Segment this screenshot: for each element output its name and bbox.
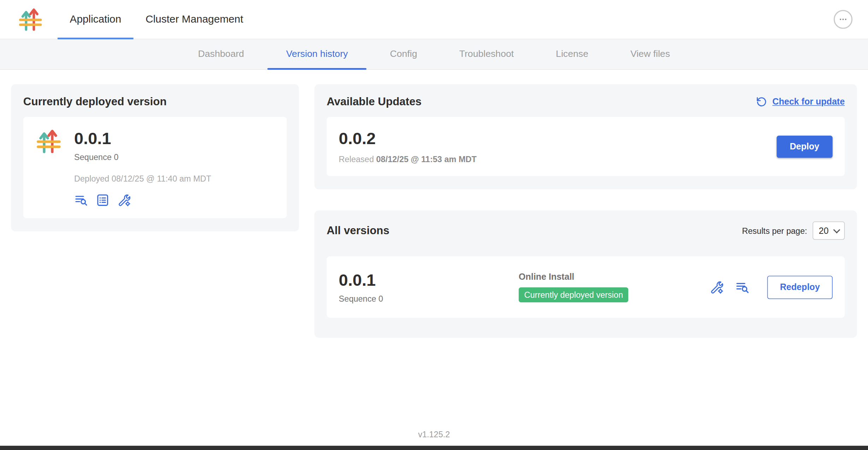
available-updates-card: Available Updates Check for update 0.0.2…	[314, 84, 857, 189]
release-notes-icon[interactable]	[735, 280, 750, 294]
top-header: Application Cluster Management	[0, 0, 868, 39]
app-logo	[19, 0, 42, 39]
deployed-sequence: Sequence 0	[74, 152, 211, 162]
results-per-page-select-wrap: 20	[813, 221, 845, 240]
subnav-item-version-history[interactable]: Version history	[265, 39, 369, 69]
subnav-item-view-files[interactable]: View files	[610, 39, 691, 69]
available-updates-header: Available Updates Check for update	[327, 95, 845, 108]
deployed-timestamp: Deployed 08/12/25 @ 11:40 am MDT	[74, 174, 211, 183]
results-per-page-label: Results per page:	[742, 226, 807, 236]
release-notes-icon[interactable]	[74, 193, 88, 207]
subnav-label-dashboard: Dashboard	[198, 49, 244, 60]
version-row-status: Online Install Currently deployed versio…	[519, 272, 629, 302]
subnav-label-license: License	[556, 49, 588, 60]
ellipsis-icon	[839, 15, 848, 24]
subnav-label-troubleshoot: Troubleshoot	[459, 49, 514, 60]
preflight-checks-icon[interactable]	[96, 193, 109, 207]
tab-cluster-management[interactable]: Cluster Management	[133, 0, 255, 39]
subnav-label-version-history: Version history	[286, 49, 348, 60]
app-subnav: Dashboard Version history Config Trouble…	[0, 39, 868, 70]
subnav-item-dashboard[interactable]: Dashboard	[177, 39, 265, 69]
version-row: 0.0.1 Sequence 0 Online Install Currentl…	[327, 256, 845, 318]
subnav-label-view-files: View files	[630, 49, 670, 60]
update-version-number: 0.0.2	[339, 129, 476, 147]
results-per-page: Results per page: 20	[742, 221, 845, 240]
console-version: v1.125.2	[418, 430, 450, 439]
config-wrench-icon[interactable]	[117, 193, 131, 207]
refresh-icon	[756, 96, 767, 107]
tab-application-label: Application	[70, 13, 121, 25]
subnav-item-license[interactable]: License	[535, 39, 610, 69]
left-column: Currently deployed version 0.0.1 Sequenc…	[11, 84, 299, 231]
currently-deployed-badge: Currently deployed version	[519, 288, 629, 302]
deployed-action-icons	[74, 193, 211, 207]
update-row: 0.0.2 Released 08/12/25 @ 11:53 am MDT D…	[327, 117, 845, 176]
released-prefix: Released	[339, 154, 374, 164]
right-column: Available Updates Check for update 0.0.2…	[314, 84, 857, 338]
update-released-line: Released 08/12/25 @ 11:53 am MDT	[339, 154, 476, 164]
version-row-details: 0.0.1 Sequence 0	[339, 271, 518, 303]
install-type-label: Online Install	[519, 272, 629, 282]
currently-deployed-card: Currently deployed version 0.0.1 Sequenc…	[11, 84, 299, 231]
app-logo-icon	[36, 129, 61, 153]
deploy-button[interactable]: Deploy	[777, 135, 833, 158]
main-content: Currently deployed version 0.0.1 Sequenc…	[0, 70, 868, 423]
deployed-version-details: 0.0.1 Sequence 0 Deployed 08/12/25 @ 11:…	[74, 129, 211, 207]
tab-cluster-management-label: Cluster Management	[145, 13, 243, 25]
version-row-sequence: Sequence 0	[339, 294, 518, 303]
currently-deployed-version-card: 0.0.1 Sequence 0 Deployed 08/12/25 @ 11:…	[23, 117, 287, 218]
currently-deployed-title: Currently deployed version	[23, 95, 287, 108]
version-row-actions: Redeploy	[710, 276, 833, 299]
bottom-bar	[0, 446, 868, 450]
tab-application[interactable]: Application	[58, 0, 133, 39]
config-wrench-icon[interactable]	[710, 280, 724, 294]
check-for-update-label: Check for update	[772, 97, 845, 107]
all-versions-title: All versions	[327, 224, 390, 237]
header-tabs: Application Cluster Management	[58, 0, 255, 39]
redeploy-button[interactable]: Redeploy	[767, 276, 833, 299]
released-date: 08/12/25 @ 11:53 am MDT	[376, 154, 476, 164]
header-right	[834, 0, 852, 39]
deployed-version-number: 0.0.1	[74, 129, 211, 147]
overflow-menu-button[interactable]	[834, 10, 852, 29]
version-row-number: 0.0.1	[339, 271, 518, 289]
footer: v1.125.2	[0, 423, 868, 446]
available-updates-title: Available Updates	[327, 95, 422, 108]
subnav-item-config[interactable]: Config	[369, 39, 438, 69]
results-per-page-select[interactable]: 20	[813, 221, 845, 240]
update-details: 0.0.2 Released 08/12/25 @ 11:53 am MDT	[339, 129, 476, 164]
all-versions-header: All versions Results per page: 20	[327, 221, 845, 240]
subnav-item-troubleshoot[interactable]: Troubleshoot	[438, 39, 535, 69]
subnav-label-config: Config	[390, 49, 417, 60]
admin-console-screen: Application Cluster Management Dashboard…	[0, 0, 868, 450]
check-for-update-link[interactable]: Check for update	[756, 96, 845, 107]
app-logo-icon	[19, 8, 42, 31]
all-versions-card: All versions Results per page: 20 0.0.1	[314, 211, 857, 338]
